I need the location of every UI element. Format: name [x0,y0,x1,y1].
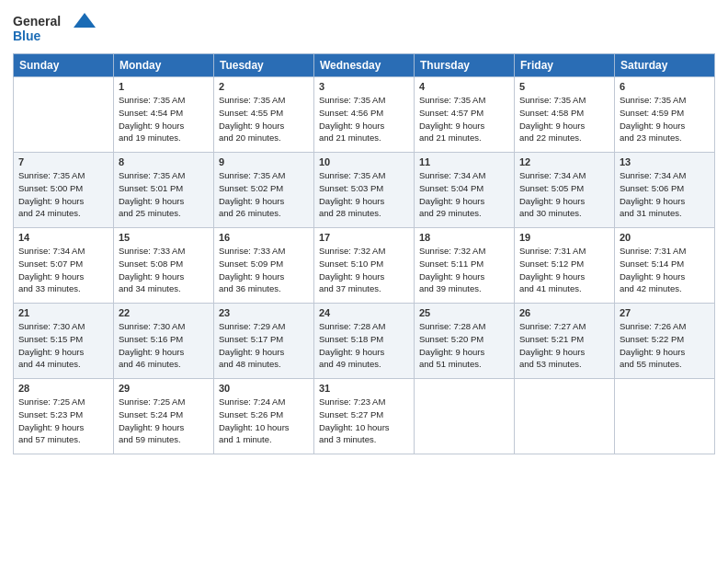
cell-line: Daylight: 9 hours [519,271,585,282]
day-number: 12 [519,156,609,167]
day-number: 26 [519,307,609,318]
cell-line: Sunset: 5:12 PM [519,259,584,269]
calendar-week-row: 21Sunrise: 7:30 AMSunset: 5:15 PMDayligh… [14,304,715,379]
cell-line: Sunset: 5:27 PM [319,409,383,419]
day-number: 13 [620,156,710,167]
cell-content: Sunrise: 7:35 AMSunset: 4:54 PMDaylight:… [119,94,209,144]
cell-content: Sunrise: 7:32 AMSunset: 5:10 PMDaylight:… [319,245,409,295]
cell-line: Sunrise: 7:35 AM [319,170,385,180]
calendar-cell: 25Sunrise: 7:28 AMSunset: 5:20 PMDayligh… [415,304,515,379]
cell-line: Daylight: 9 hours [219,121,284,131]
cell-content: Sunrise: 7:33 AMSunset: 5:08 PMDaylight:… [119,245,209,295]
cell-line: Daylight: 9 hours [620,121,685,131]
svg-marker-2 [74,13,96,28]
cell-line: and 55 minutes. [620,359,682,369]
cell-line: Sunset: 4:54 PM [119,108,183,118]
cell-line: and 23 minutes. [620,132,682,143]
cell-line: Daylight: 9 hours [419,196,484,206]
cell-line: Daylight: 9 hours [119,347,184,357]
day-number: 5 [519,81,609,92]
cell-line: Sunset: 4:59 PM [620,108,684,118]
calendar-cell: 15Sunrise: 7:33 AMSunset: 5:08 PMDayligh… [114,228,214,304]
day-number: 1 [119,81,209,92]
calendar-week-row: 1Sunrise: 7:35 AMSunset: 4:54 PMDaylight… [14,77,715,153]
cell-content: Sunrise: 7:35 AMSunset: 4:59 PMDaylight:… [620,94,710,144]
cell-line: Sunrise: 7:29 AM [219,321,285,331]
cell-line: Sunrise: 7:31 AM [620,246,686,256]
day-of-week-header: Thursday [415,54,515,77]
calendar-cell: 12Sunrise: 7:34 AMSunset: 5:05 PMDayligh… [515,153,615,228]
cell-line: Sunrise: 7:34 AM [519,170,586,180]
calendar-cell: 21Sunrise: 7:30 AMSunset: 5:15 PMDayligh… [14,304,114,379]
cell-content: Sunrise: 7:35 AMSunset: 4:55 PMDaylight:… [219,94,309,144]
cell-content: Sunrise: 7:30 AMSunset: 5:16 PMDaylight:… [119,320,209,371]
cell-content: Sunrise: 7:27 AMSunset: 5:21 PMDaylight:… [519,320,609,371]
cell-line: and 22 minutes. [519,132,582,143]
day-of-week-header: Tuesday [214,54,314,77]
calendar-body: 1Sunrise: 7:35 AMSunset: 4:54 PMDaylight… [14,77,715,454]
day-number: 2 [219,81,309,92]
cell-line: Sunrise: 7:33 AM [119,246,185,256]
day-number: 18 [419,232,509,243]
cell-content: Sunrise: 7:34 AMSunset: 5:07 PMDaylight:… [18,245,108,295]
cell-line: and 24 minutes. [18,208,81,218]
calendar-week-row: 14Sunrise: 7:34 AMSunset: 5:07 PMDayligh… [14,228,715,304]
cell-line: Sunrise: 7:34 AM [419,170,485,180]
day-number: 30 [219,383,309,394]
cell-line: Daylight: 9 hours [219,347,284,357]
calendar-cell [14,77,114,153]
calendar-cell: 29Sunrise: 7:25 AMSunset: 5:24 PMDayligh… [114,379,214,454]
cell-line: Sunset: 5:24 PM [119,409,183,419]
calendar-cell: 26Sunrise: 7:27 AMSunset: 5:21 PMDayligh… [515,304,615,379]
calendar-cell: 23Sunrise: 7:29 AMSunset: 5:17 PMDayligh… [214,304,314,379]
calendar-cell: 11Sunrise: 7:34 AMSunset: 5:04 PMDayligh… [415,153,515,228]
cell-line: Sunset: 5:01 PM [119,183,183,193]
calendar-cell: 22Sunrise: 7:30 AMSunset: 5:16 PMDayligh… [114,304,214,379]
cell-line: Sunset: 5:23 PM [18,409,83,419]
cell-line: Sunrise: 7:35 AM [319,95,385,105]
cell-line: Sunrise: 7:25 AM [119,396,185,407]
cell-content: Sunrise: 7:35 AMSunset: 5:02 PMDaylight:… [219,169,309,220]
calendar-cell: 3Sunrise: 7:35 AMSunset: 4:56 PMDaylight… [314,77,415,153]
cell-content: Sunrise: 7:34 AMSunset: 5:05 PMDaylight:… [519,169,609,220]
cell-line: Daylight: 9 hours [319,271,384,282]
cell-content: Sunrise: 7:30 AMSunset: 5:15 PMDaylight:… [18,320,108,371]
cell-line: Sunrise: 7:34 AM [620,170,686,180]
cell-line: Daylight: 9 hours [18,422,84,432]
logo: General Blue [13,9,96,46]
day-number: 28 [18,383,108,394]
calendar-cell: 17Sunrise: 7:32 AMSunset: 5:10 PMDayligh… [314,228,415,304]
calendar-cell: 5Sunrise: 7:35 AMSunset: 4:58 PMDaylight… [515,77,615,153]
cell-line: Sunset: 5:10 PM [319,259,383,269]
cell-content: Sunrise: 7:26 AMSunset: 5:22 PMDaylight:… [620,320,710,371]
cell-line: Daylight: 9 hours [419,347,484,357]
calendar-cell: 30Sunrise: 7:24 AMSunset: 5:26 PMDayligh… [214,379,314,454]
cell-line: Sunrise: 7:34 AM [18,246,85,256]
cell-line: and 41 minutes. [519,283,582,293]
cell-line: Sunrise: 7:25 AM [18,396,85,407]
calendar-cell: 4Sunrise: 7:35 AMSunset: 4:57 PMDaylight… [415,77,515,153]
cell-line: Sunset: 5:05 PM [519,183,584,193]
cell-content: Sunrise: 7:35 AMSunset: 4:58 PMDaylight:… [519,94,609,144]
cell-line: and 53 minutes. [519,359,582,369]
cell-line: Daylight: 9 hours [519,121,585,131]
day-of-week-header: Monday [114,54,214,77]
day-of-week-header: Sunday [14,54,114,77]
cell-line: Sunset: 4:56 PM [319,108,383,118]
cell-line: Sunrise: 7:30 AM [119,321,185,331]
cell-line: Sunset: 5:26 PM [219,409,283,419]
cell-line: Sunset: 5:08 PM [119,259,183,269]
cell-line: Sunset: 5:17 PM [219,334,283,344]
cell-line: and 33 minutes. [18,283,81,293]
cell-content: Sunrise: 7:35 AMSunset: 4:57 PMDaylight:… [419,94,509,144]
cell-line: Sunrise: 7:30 AM [18,321,85,331]
cell-content: Sunrise: 7:35 AMSunset: 5:00 PMDaylight:… [18,169,108,220]
cell-line: Daylight: 9 hours [119,121,184,131]
day-number: 24 [319,307,409,318]
cell-line: and 30 minutes. [519,208,582,218]
day-number: 10 [319,156,409,167]
calendar-week-row: 7Sunrise: 7:35 AMSunset: 5:00 PMDaylight… [14,153,715,228]
calendar-cell: 16Sunrise: 7:33 AMSunset: 5:09 PMDayligh… [214,228,314,304]
cell-content: Sunrise: 7:35 AMSunset: 4:56 PMDaylight:… [319,94,409,144]
cell-line: and 25 minutes. [119,208,181,218]
